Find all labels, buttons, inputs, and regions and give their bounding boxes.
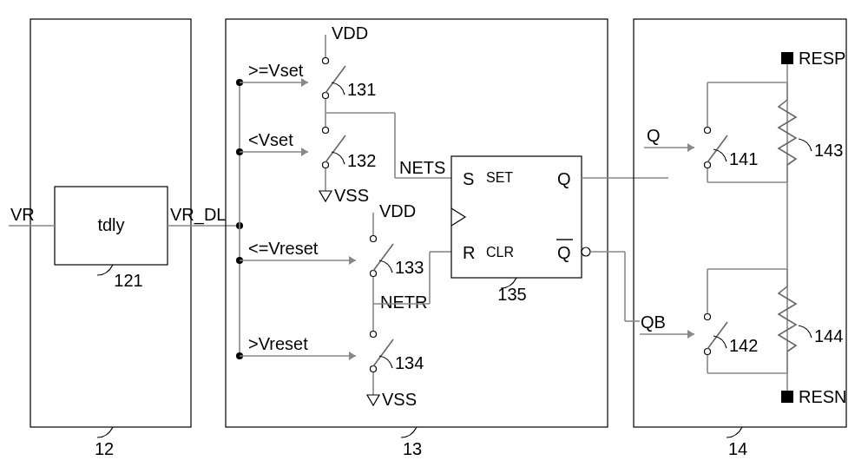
svg-point-36 (371, 366, 377, 372)
svg-point-35 (371, 332, 377, 338)
vss1: VSS (334, 186, 369, 205)
svg-rect-50 (634, 19, 846, 427)
block13-ref: 13 (403, 439, 422, 458)
netr-label: NETR (380, 293, 427, 312)
switch-132: 132 VSS (319, 128, 376, 206)
latch-S: S (463, 169, 474, 188)
svg-point-46 (582, 247, 590, 256)
block14-ref: 14 (728, 439, 747, 458)
resistor-144: 144 (779, 269, 843, 373)
cond-gt-vreset: >Vreset (240, 334, 356, 360)
block-12: 12 tdly 121 VR VR_DL (9, 19, 243, 458)
cond2: <Vset (248, 130, 293, 149)
sw142-ref: 142 (729, 336, 758, 355)
cond-ge-vset: >=Vset (240, 61, 308, 87)
nets-label: NETS (399, 158, 445, 177)
svg-point-19 (323, 93, 329, 99)
q-label: Q (647, 126, 661, 145)
resn-label: RESN (799, 387, 847, 406)
cond1: >=Vset (248, 61, 304, 80)
latch-set: SET (486, 170, 513, 185)
block-14: 14 RESP RESN 143 144 Q (625, 19, 847, 458)
sw141-ref: 141 (729, 149, 758, 168)
switch-133: 133 VDD (371, 201, 424, 277)
svg-point-31 (371, 236, 377, 242)
svg-point-59 (705, 162, 711, 168)
sw134-ref: 134 (395, 353, 424, 372)
block-13: 13 >=Vset <Vset <=Vreset >Vreset (226, 19, 668, 458)
sw132-ref: 132 (347, 151, 376, 170)
cond-le-vreset: <=Vreset (240, 239, 356, 265)
svg-marker-26 (319, 191, 332, 201)
svg-marker-67 (687, 330, 694, 339)
switch-141: Q 141 (644, 82, 787, 182)
vss2: VSS (382, 390, 417, 409)
switch-131: 131 VDD (323, 23, 377, 99)
qb-label: QB (641, 312, 666, 332)
svg-point-58 (705, 128, 711, 134)
resn-terminal (781, 391, 793, 403)
svg-marker-57 (687, 143, 694, 152)
latch-R: R (463, 243, 475, 262)
cond4: >Vreset (248, 334, 308, 353)
svg-point-32 (371, 271, 377, 277)
svg-marker-15 (349, 256, 356, 265)
tdly-label: tdly (97, 215, 124, 234)
resistor-143: 143 (779, 82, 843, 182)
sr-latch: S SET Q R CLR Q 135 (451, 156, 590, 304)
r143-ref: 143 (814, 141, 843, 160)
resp-label: RESP (799, 49, 845, 68)
tdly-ref: 121 (114, 271, 142, 290)
vdd1: VDD (332, 23, 368, 43)
svg-marker-39 (367, 395, 379, 405)
latch-clr: CLR (486, 245, 514, 260)
sw133-ref: 133 (395, 258, 424, 277)
svg-line-60 (707, 135, 727, 162)
svg-point-23 (323, 162, 329, 168)
vdd2: VDD (379, 201, 416, 220)
latch-Q: Q (557, 169, 571, 188)
svg-point-18 (323, 58, 329, 64)
cond-lt-vset: <Vset (240, 130, 308, 156)
svg-point-68 (705, 314, 711, 320)
block12-ref: 12 (95, 439, 114, 458)
vrdl-label: VR_DL (170, 205, 226, 225)
r144-ref: 144 (814, 326, 843, 345)
latch-ref: 135 (497, 285, 526, 304)
svg-marker-13 (301, 148, 308, 156)
resp-terminal (781, 52, 793, 64)
svg-point-69 (705, 349, 711, 355)
cond3: <=Vreset (248, 239, 319, 258)
svg-line-70 (707, 322, 727, 349)
sw131-ref: 131 (347, 80, 376, 99)
switch-134: 134 VSS (367, 332, 424, 410)
svg-marker-17 (349, 352, 356, 360)
svg-point-22 (323, 128, 329, 134)
switch-142: QB 142 (625, 269, 787, 373)
vr-label: VR (10, 205, 35, 224)
latch-Qb: Q (557, 243, 571, 262)
